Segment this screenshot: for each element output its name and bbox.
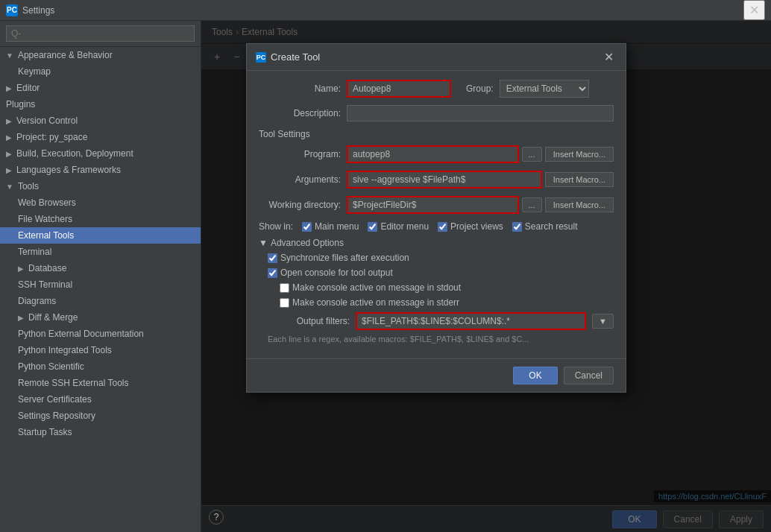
dialog-icon: PC: [256, 52, 266, 63]
main-container: ▼ Appearance & Behavior Keymap ▶ Editor …: [0, 21, 771, 532]
make-active-stdout-label: Make console active on message in stdout: [292, 282, 461, 293]
sidebar-item-server-certs[interactable]: Server Certificates: [0, 391, 201, 408]
dialog-cancel-button[interactable]: Cancel: [564, 367, 614, 384]
arguments-label: Arguments:: [259, 174, 341, 185]
arrow-icon: ▶: [18, 265, 24, 273]
arguments-insert-macro-button[interactable]: Insert Macro...: [545, 172, 614, 187]
dialog-title: Create Tool: [271, 51, 320, 63]
program-browse-button[interactable]: ...: [522, 147, 542, 162]
working-dir-input[interactable]: [347, 196, 519, 214]
sidebar-item-label: Settings Repository: [18, 411, 95, 421]
dialog-close-button[interactable]: ✕: [601, 50, 617, 64]
working-dir-input-group: ... Insert Macro...: [347, 196, 614, 214]
make-active-stdout-row[interactable]: Make console active on message in stdout: [268, 282, 614, 293]
open-console-row[interactable]: Open console for tool output: [268, 267, 614, 278]
sidebar-item-build[interactable]: ▶ Build, Execution, Deployment: [0, 145, 201, 162]
output-filters-help: Each line is a regex, available macros: …: [268, 335, 614, 343]
show-in-label: Show in:: [259, 221, 293, 232]
dialog-body: Name: Group: External Tools Description:: [247, 71, 626, 358]
arrow-icon: ▶: [6, 150, 12, 158]
dialog-overlay: PC Create Tool ✕ Name: Group: External T…: [201, 21, 771, 532]
search-bar: [0, 21, 201, 47]
group-select[interactable]: External Tools: [500, 80, 589, 98]
advanced-label: Advanced Options: [271, 238, 344, 248]
sidebar-item-python-scientific[interactable]: Python Scientific: [0, 358, 201, 375]
sidebar-item-label: Terminal: [18, 247, 51, 257]
description-input[interactable]: [347, 105, 614, 121]
sidebar-item-database[interactable]: ▶ Database: [0, 260, 201, 276]
show-in-project-views[interactable]: Project views: [438, 221, 503, 232]
sidebar-item-appearance[interactable]: ▼ Appearance & Behavior: [0, 47, 201, 63]
group-label: Group:: [466, 83, 494, 94]
sidebar-item-ssh-terminal[interactable]: SSH Terminal: [0, 276, 201, 293]
program-insert-macro-button[interactable]: Insert Macro...: [545, 147, 614, 162]
show-in-project-views-label: Project views: [450, 221, 503, 232]
show-in-main-menu-label: Main menu: [315, 221, 359, 232]
sidebar-item-diff-merge[interactable]: ▶ Diff & Merge: [0, 309, 201, 326]
dialog-help-button[interactable]: ?: [209, 510, 224, 525]
sidebar-item-project[interactable]: ▶ Project: py_space: [0, 129, 201, 145]
sidebar-item-version-control[interactable]: ▶ Version Control: [0, 113, 201, 129]
make-active-stderr-row[interactable]: Make console active on message in stderr: [268, 297, 614, 308]
working-dir-browse-button[interactable]: ...: [522, 197, 542, 212]
sidebar-item-remote-ssh[interactable]: Remote SSH External Tools: [0, 375, 201, 391]
sidebar-item-editor[interactable]: ▶ Editor: [0, 80, 201, 96]
program-input[interactable]: [347, 145, 519, 163]
sidebar-item-label: Tools: [18, 181, 39, 191]
sidebar-item-python-ext-doc[interactable]: Python External Documentation: [0, 326, 201, 342]
sync-files-row[interactable]: Synchronize files after execution: [268, 253, 614, 263]
working-dir-insert-macro-button[interactable]: Insert Macro...: [545, 197, 614, 212]
sidebar-item-label: Database: [28, 263, 66, 273]
sidebar-item-label: Build, Execution, Deployment: [16, 148, 133, 159]
arrow-icon: ▶: [18, 314, 24, 322]
title-bar-title: Settings: [22, 5, 743, 16]
sidebar-item-external-tools[interactable]: External Tools: [0, 227, 201, 244]
show-in-search-result-label: Search result: [525, 221, 578, 232]
app-icon: PC: [6, 4, 18, 16]
output-filters-input[interactable]: [356, 312, 586, 330]
name-group-row: Name: Group: External Tools: [259, 80, 614, 98]
working-dir-label: Working directory:: [259, 200, 341, 210]
arrow-icon: ▶: [6, 117, 12, 125]
sidebar-item-label: External Tools: [18, 230, 74, 241]
show-in-search-result[interactable]: Search result: [512, 221, 578, 232]
sidebar-item-settings-repo[interactable]: Settings Repository: [0, 408, 201, 424]
sidebar-item-label: Web Browsers: [18, 197, 76, 208]
sidebar-item-label: Diff & Merge: [28, 312, 78, 323]
output-filters-label: Output filters:: [268, 316, 350, 326]
arrow-icon: ▶: [6, 84, 12, 92]
arrow-icon: ▼: [6, 183, 13, 191]
dialog-title-bar: PC Create Tool ✕: [247, 44, 626, 71]
sync-files-label: Synchronize files after execution: [280, 253, 409, 263]
make-active-stderr-label: Make console active on message in stderr: [292, 297, 459, 308]
search-input[interactable]: [6, 25, 195, 42]
show-in-editor-menu[interactable]: Editor menu: [368, 221, 429, 232]
tool-settings-section: Tool Settings Program: ... Insert Macro.…: [259, 129, 614, 214]
output-filters-row: Output filters: ▼: [268, 312, 614, 330]
sidebar-item-label: File Watchers: [18, 214, 72, 224]
sidebar-item-tools[interactable]: ▼ Tools: [0, 178, 201, 194]
working-dir-row: Working directory: ... Insert Macro...: [259, 196, 614, 214]
sidebar-item-file-watchers[interactable]: File Watchers: [0, 211, 201, 227]
sidebar-item-startup-tasks[interactable]: Startup Tasks: [0, 424, 201, 440]
sidebar-item-web-browsers[interactable]: Web Browsers: [0, 194, 201, 211]
show-in-main-menu[interactable]: Main menu: [302, 221, 359, 232]
sidebar-item-label: Python Integrated Tools: [18, 345, 112, 355]
arguments-row: Arguments: Insert Macro...: [259, 171, 614, 189]
dialog-ok-button[interactable]: OK: [513, 367, 557, 384]
sidebar-item-diagrams[interactable]: Diagrams: [0, 293, 201, 309]
name-input[interactable]: [347, 80, 451, 98]
tool-settings-label: Tool Settings: [259, 129, 614, 139]
arguments-input[interactable]: [347, 171, 542, 189]
sidebar-item-python-integrated[interactable]: Python Integrated Tools: [0, 342, 201, 358]
sidebar-item-plugins[interactable]: Plugins: [0, 96, 201, 113]
show-in-row: Show in: Main menu Editor menu Project v…: [259, 221, 614, 232]
sidebar-item-label: Remote SSH External Tools: [18, 378, 129, 388]
sidebar-item-languages[interactable]: ▶ Languages & Frameworks: [0, 162, 201, 178]
output-filters-browse-button[interactable]: ▼: [592, 314, 614, 329]
sidebar-item-keymap[interactable]: Keymap: [0, 63, 201, 80]
advanced-arrow-icon: ▼: [259, 238, 268, 248]
window-close-button[interactable]: ✕: [743, 0, 765, 20]
advanced-header[interactable]: ▼ Advanced Options: [259, 238, 614, 248]
sidebar-item-terminal[interactable]: Terminal: [0, 244, 201, 260]
